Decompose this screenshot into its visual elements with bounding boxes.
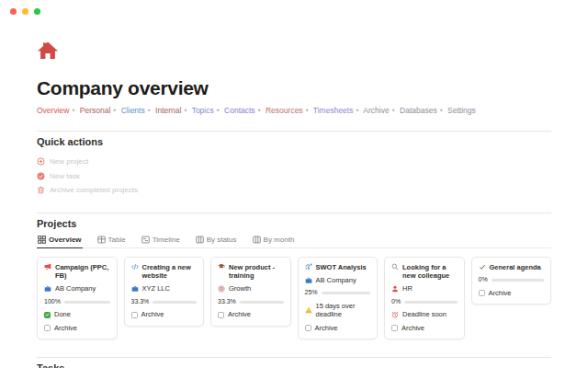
tab-by-status[interactable]: By status xyxy=(195,235,238,247)
quick-actions-section: Quick actions New project New task Archi… xyxy=(37,131,551,198)
projects-view-tabs: Overview Table Timeline By status xyxy=(37,235,551,248)
tab-label: Overview xyxy=(49,236,82,244)
card-client-label: AB Company xyxy=(55,284,96,293)
checkbox-label: Archive xyxy=(401,324,424,332)
project-card-campaign[interactable]: Campaign (PPC, FB) AB Company 100% xyxy=(37,257,118,340)
projects-title: Projects xyxy=(37,218,551,229)
quick-action-archive-completed[interactable]: Archive completed projects xyxy=(37,183,551,198)
quick-action-label: New task xyxy=(50,172,80,180)
nav-link-clients[interactable]: Clients xyxy=(121,106,145,115)
progress-value: 100% xyxy=(44,298,61,306)
project-card-training[interactable]: New product - training Growth 33.3% Arch… xyxy=(210,257,291,327)
progress-value: 0% xyxy=(479,276,488,284)
quick-actions-list: New project New task Archive completed p… xyxy=(37,155,551,198)
tab-label: By status xyxy=(207,236,237,244)
nav-link-topics[interactable]: Topics xyxy=(192,106,214,115)
project-card-general-agenda[interactable]: General agenda 0% Archive xyxy=(471,257,552,305)
page-nav: Overview• Personal• Clients• Internal• T… xyxy=(37,106,551,116)
nav-link-internal[interactable]: Internal xyxy=(155,106,181,115)
nav-separator: • xyxy=(148,106,151,115)
briefcase-icon xyxy=(44,285,51,293)
graduation-cap-icon xyxy=(218,263,225,270)
project-card-colleague[interactable]: Looking for a new colleague HR 0% D xyxy=(384,257,465,340)
progress-bar xyxy=(240,301,284,304)
checkbox-label: Archive xyxy=(315,324,338,332)
check-icon xyxy=(479,263,486,270)
tasks-section: Tasks xyxy=(37,357,551,368)
maximize-window-button[interactable] xyxy=(34,8,40,15)
progress-value: 25% xyxy=(305,289,318,297)
nav-link-overview[interactable]: Overview xyxy=(37,106,69,115)
archive-checkbox[interactable] xyxy=(44,325,51,331)
check-circle-icon xyxy=(37,172,45,180)
grid-icon xyxy=(38,236,46,244)
checkbox-label: Done xyxy=(54,310,71,318)
warning-icon xyxy=(305,306,312,314)
table-icon xyxy=(97,236,106,244)
nav-separator: • xyxy=(217,106,220,115)
card-title: Looking for a new colleague xyxy=(402,263,458,281)
done-checkbox[interactable] xyxy=(44,312,51,318)
trash-icon xyxy=(37,186,45,194)
tab-label: By month xyxy=(264,236,295,244)
tasks-title: Tasks xyxy=(37,362,551,368)
progress-bar xyxy=(492,279,544,282)
quick-action-new-task[interactable]: New task xyxy=(37,169,551,184)
progress-bar xyxy=(64,301,110,304)
tab-by-month[interactable]: By month xyxy=(252,235,296,247)
projects-section: Projects Overview Table Timeline xyxy=(37,213,551,340)
progress-value: 0% xyxy=(391,298,401,306)
tab-table[interactable]: Table xyxy=(96,235,127,247)
checkbox-label: Archive xyxy=(228,310,251,318)
briefcase-icon xyxy=(305,277,312,284)
card-title: Creating a new website xyxy=(142,263,198,281)
nav-link-personal[interactable]: Personal xyxy=(80,106,111,115)
nav-separator: • xyxy=(356,106,358,115)
nav-link-settings[interactable]: Settings xyxy=(447,106,476,115)
progress-bar xyxy=(153,301,197,304)
chart-icon xyxy=(305,263,312,270)
checkbox-label: Archive xyxy=(489,289,512,297)
card-title: General agenda xyxy=(490,263,541,271)
card-client-label: XYZ LLC xyxy=(142,284,170,293)
tab-timeline[interactable]: Timeline xyxy=(141,235,181,247)
progress-value: 33.3% xyxy=(218,298,236,306)
target-icon xyxy=(218,285,225,293)
deadline-alert: 15 days over deadline xyxy=(316,302,371,319)
nav-separator: • xyxy=(306,106,309,115)
card-title: SWOT Analysis xyxy=(316,263,367,271)
house-icon xyxy=(37,40,59,62)
card-client-label: AB Company xyxy=(316,276,356,284)
page-title: Company overview xyxy=(37,77,551,99)
nav-link-timesheets[interactable]: Timesheets xyxy=(313,106,354,115)
nav-separator: • xyxy=(113,106,116,115)
tab-label: Timeline xyxy=(153,236,180,244)
nav-link-archive[interactable]: Archive xyxy=(363,106,389,115)
archive-checkbox[interactable] xyxy=(479,290,485,296)
project-card-swot[interactable]: SWOT Analysis AB Company 25% 15 day xyxy=(298,257,379,340)
nav-link-contacts[interactable]: Contacts xyxy=(224,106,255,115)
search-icon xyxy=(391,263,399,270)
minimize-window-button[interactable] xyxy=(22,8,28,15)
nav-separator: • xyxy=(440,106,443,115)
quick-action-new-project[interactable]: New project xyxy=(37,155,551,169)
project-cards: Campaign (PPC, FB) AB Company 100% xyxy=(37,257,551,340)
archive-checkbox[interactable] xyxy=(218,312,224,318)
window-titlebar xyxy=(0,0,588,15)
project-card-website[interactable]: Creating a new website XYZ LLC 33.3% Arc… xyxy=(124,257,205,327)
close-window-button[interactable] xyxy=(10,8,17,15)
archive-checkbox[interactable] xyxy=(391,325,398,331)
progress-bar xyxy=(404,301,457,304)
megaphone-icon xyxy=(44,263,51,270)
archive-checkbox[interactable] xyxy=(305,325,311,331)
briefcase-icon xyxy=(131,285,139,293)
tab-overview[interactable]: Overview xyxy=(37,235,83,248)
archive-checkbox[interactable] xyxy=(131,312,138,318)
checkbox-label: Archive xyxy=(54,324,77,332)
board-icon xyxy=(253,236,261,244)
nav-link-resources[interactable]: Resources xyxy=(266,106,303,115)
board-icon xyxy=(196,236,204,244)
person-icon xyxy=(391,285,399,293)
nav-link-databases[interactable]: Databases xyxy=(400,106,437,115)
card-title: New product - training xyxy=(229,263,284,281)
